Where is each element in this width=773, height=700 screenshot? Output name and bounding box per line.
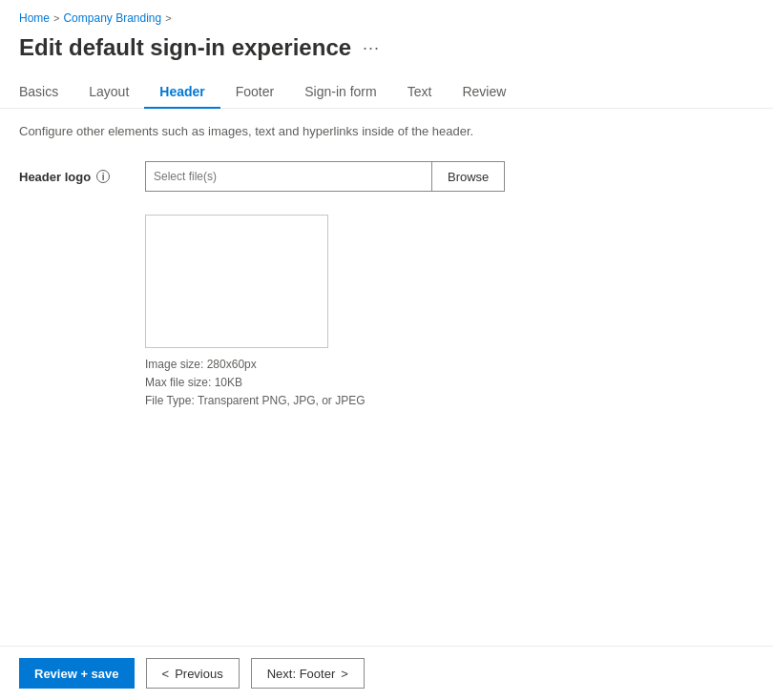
review-save-button[interactable]: Review + save [19, 658, 135, 689]
file-input[interactable] [145, 161, 431, 192]
tab-bar: Basics Layout Header Footer Sign-in form… [0, 76, 773, 109]
tab-basics[interactable]: Basics [19, 76, 73, 109]
breadcrumb: Home > Company Branding > [0, 0, 773, 31]
prev-arrow-icon: < [162, 667, 170, 681]
image-preview-area: Image size: 280x60px Max file size: 10KB… [145, 215, 754, 411]
next-arrow-icon: > [341, 667, 348, 681]
form-section: Header logo i Browse Image size: 280x60p… [19, 161, 754, 411]
file-input-wrapper: Browse [145, 161, 505, 192]
image-max-file-text: Max file size: 10KB [145, 374, 754, 392]
tab-layout[interactable]: Layout [73, 76, 144, 109]
breadcrumb-company-branding[interactable]: Company Branding [63, 11, 161, 25]
section-description: Configure other elements such as images,… [19, 124, 754, 138]
image-file-type-text: File Type: Transparent PNG, JPG, or JPEG [145, 392, 754, 410]
header-logo-label: Header logo i [19, 170, 134, 184]
image-info: Image size: 280x60px Max file size: 10KB… [145, 356, 754, 411]
previous-label: Previous [175, 667, 223, 681]
tab-signin-form[interactable]: Sign-in form [289, 76, 391, 109]
browse-button[interactable]: Browse [431, 161, 505, 192]
header-logo-row: Header logo i Browse [19, 161, 754, 192]
tab-content: Configure other elements such as images,… [0, 109, 773, 522]
breadcrumb-home[interactable]: Home [19, 11, 50, 25]
footer-bar: Review + save < Previous Next: Footer > [0, 646, 773, 700]
next-label: Next: Footer [267, 667, 336, 681]
page-title: Edit default sign-in experience [19, 34, 351, 61]
header-logo-text: Header logo [19, 170, 91, 184]
tab-header[interactable]: Header [144, 76, 219, 109]
tab-footer[interactable]: Footer [220, 76, 289, 109]
next-button[interactable]: Next: Footer > [251, 658, 365, 689]
page-header: Edit default sign-in experience ··· [0, 31, 773, 76]
tab-text[interactable]: Text [392, 76, 448, 109]
more-options-icon[interactable]: ··· [363, 38, 380, 58]
image-size-text: Image size: 280x60px [145, 356, 754, 374]
breadcrumb-sep-1: > [53, 12, 59, 24]
breadcrumb-sep-2: > [165, 12, 171, 24]
header-logo-info-icon[interactable]: i [96, 170, 110, 183]
previous-button[interactable]: < Previous [146, 658, 240, 689]
tab-review[interactable]: Review [447, 76, 521, 109]
image-placeholder [145, 215, 328, 348]
